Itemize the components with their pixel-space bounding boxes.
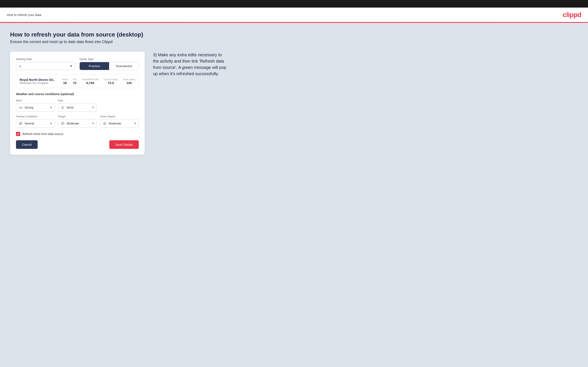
fairway-value: Normal — [25, 122, 48, 125]
svg-rect-3 — [61, 123, 64, 125]
tournament-button[interactable]: Tournament — [109, 62, 138, 70]
fairway-label: Fairway Conditions — [16, 115, 55, 118]
green-speed-group: Green Speed Moderate ▼ — [100, 115, 139, 128]
svg-rect-1 — [19, 123, 22, 125]
svg-point-0 — [62, 107, 63, 108]
conditions-row-1: Wind Strong ▼ Rain — [16, 99, 139, 112]
wind-label: Wind — [16, 99, 55, 102]
holes-value: 18 — [62, 81, 68, 85]
side-note-text: 3) Make any extra edits necessary to the… — [153, 52, 229, 77]
rough-label: Rough — [58, 115, 97, 118]
rain-chevron: ▼ — [92, 106, 94, 109]
starting-hole-select-wrapper[interactable]: 1 10 ▼ — [16, 62, 75, 70]
rain-label: Rain — [58, 99, 97, 102]
green-speed-select[interactable]: Moderate ▼ — [100, 119, 139, 128]
rain-value: None — [67, 106, 90, 109]
logo: clippd — [563, 11, 581, 19]
rain-group: Rain None ▼ — [58, 99, 97, 112]
par-label: Par — [73, 78, 77, 81]
game-type-label: Game Type — [79, 58, 139, 61]
cancel-button[interactable]: Cancel — [16, 140, 38, 149]
course-name: Royal North Devon GC, — [19, 78, 54, 82]
rain-select[interactable]: None ▼ — [58, 103, 97, 112]
rough-icon — [60, 121, 65, 126]
rough-value: Moderate — [67, 122, 90, 125]
stat-slope: Slope rating 134 — [123, 78, 135, 85]
slope-label: Slope rating — [123, 78, 135, 81]
top-bar — [0, 0, 588, 8]
fairway-select[interactable]: Normal ▼ — [16, 119, 55, 128]
save-button[interactable]: Save Details — [109, 140, 139, 149]
yards-value: 6,744 — [82, 81, 99, 85]
game-type-group: Game Type Practice Tournament — [79, 58, 139, 70]
main-content: How to refresh your data from source (de… — [0, 23, 588, 365]
stat-yards: Yards/White (M)) 6,744 — [82, 78, 99, 85]
course-card: Royal North Devon GC, Westward Ho!, Engl… — [16, 74, 139, 88]
stat-par: Par 72 — [73, 78, 77, 85]
wind-group: Wind Strong ▼ — [16, 99, 55, 112]
course-rating-label: Course rating — [104, 78, 118, 81]
rough-select[interactable]: Moderate ▼ — [58, 119, 97, 128]
conditions-title: Weather and course conditions (optional) — [16, 92, 139, 96]
starting-hole-select[interactable]: 1 10 — [16, 62, 75, 70]
page-subheading: Ensure the correct and most up to date d… — [10, 40, 578, 44]
form-panel: Starting Hole 1 10 ▼ Game Type Practice … — [10, 52, 145, 155]
course-info: Royal North Devon GC, Westward Ho!, Engl… — [19, 78, 54, 85]
svg-point-2 — [20, 123, 21, 124]
course-rating-value: 72.5 — [104, 81, 118, 85]
wind-chevron: ▼ — [50, 106, 52, 109]
stat-course-rating: Course rating 72.5 — [104, 78, 118, 85]
refresh-checkbox-row: Refresh shots from data source — [16, 132, 139, 136]
rough-group: Rough Moderate ▼ — [58, 115, 97, 128]
header: How to refresh your data clippd — [0, 8, 588, 23]
practice-button[interactable]: Practice — [80, 62, 109, 70]
green-speed-value: Moderate — [109, 122, 132, 125]
wind-icon — [18, 105, 23, 110]
form-row-top: Starting Hole 1 10 ▼ Game Type Practice … — [16, 58, 139, 70]
checkmark-icon — [17, 133, 19, 135]
green-speed-label: Green Speed — [100, 115, 139, 118]
header-title: How to refresh your data — [7, 13, 41, 17]
starting-hole-label: Starting Hole — [16, 58, 75, 61]
rough-chevron: ▼ — [92, 122, 94, 125]
green-speed-chevron: ▼ — [134, 122, 137, 125]
holes-label: Holes — [62, 78, 68, 81]
conditions-row-2: Fairway Conditions Normal ▼ Rough — [16, 115, 139, 128]
fairway-chevron: ▼ — [50, 122, 52, 125]
rain-icon — [60, 105, 65, 110]
side-note: 3) Make any extra edits necessary to the… — [153, 52, 229, 77]
refresh-checkbox[interactable] — [16, 132, 20, 136]
course-stats: Holes 18 Par 72 Yards/White (M)) 6,744 C… — [62, 78, 135, 85]
content-area: Starting Hole 1 10 ▼ Game Type Practice … — [10, 52, 578, 155]
wind-select[interactable]: Strong ▼ — [16, 103, 55, 112]
fairway-group: Fairway Conditions Normal ▼ — [16, 115, 55, 128]
yards-label: Yards/White (M)) — [82, 78, 99, 81]
green-speed-icon — [102, 121, 107, 126]
fairway-icon — [18, 121, 23, 126]
wind-value: Strong — [25, 106, 48, 109]
course-location: Westward Ho!, England — [19, 82, 54, 85]
slope-value: 134 — [123, 81, 135, 85]
starting-hole-group: Starting Hole 1 10 ▼ — [16, 58, 75, 70]
game-type-toggle: Practice Tournament — [79, 62, 139, 70]
stat-holes: Holes 18 — [62, 78, 68, 85]
refresh-label: Refresh shots from data source — [22, 132, 63, 136]
par-value: 72 — [73, 81, 77, 85]
page-heading: How to refresh your data from source (de… — [10, 31, 578, 38]
footer: Copyright Clippd 2022 — [0, 365, 588, 367]
form-actions: Cancel Save Details — [16, 140, 139, 149]
